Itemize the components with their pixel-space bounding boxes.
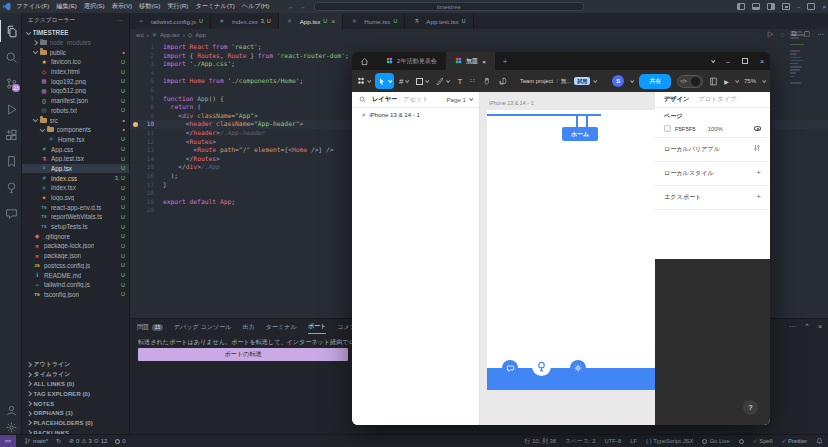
help-button[interactable]: ? [743, 400, 758, 415]
menu-r[interactable]: 実行(R) [167, 2, 188, 11]
panel-tab-問題[interactable]: 問題15 [137, 323, 163, 334]
status-encoding[interactable]: UTF-8 [605, 438, 622, 444]
selected-navbar[interactable] [487, 114, 601, 116]
breadcrumb-item[interactable]: App [195, 32, 205, 38]
source-control-icon[interactable]: 23 [0, 72, 22, 94]
file-tailwind.config.js[interactable]: ≈tailwind.config.jsU [22, 280, 129, 290]
plus-icon[interactable]: + [757, 193, 761, 201]
dev-mode-toggle[interactable]: </> [677, 75, 703, 88]
section-orphans[interactable]: ORPHANS (1) [22, 408, 129, 418]
page-color-swatch[interactable] [664, 125, 671, 132]
panel-maximize-icon[interactable]: ⌃ [804, 323, 810, 331]
breadcrumb-item[interactable]: src [136, 32, 144, 38]
section-row[interactable]: エクスポート+ [664, 190, 761, 204]
file-tsconfig.json[interactable]: TStsconfig.jsonU [22, 290, 129, 300]
file-index.tsx[interactable]: ⚛index.tsxU [22, 183, 129, 193]
tab-App.test.tsx[interactable]: ⚗App.test.tsxU [405, 13, 473, 29]
panel-tab-ポート[interactable]: ポート [308, 322, 327, 334]
figma-tab-close-icon[interactable]: × [482, 58, 486, 65]
nav-forward-icon[interactable]: → [300, 3, 306, 10]
panel-more-icon[interactable]: ··· [789, 323, 796, 331]
menu-g[interactable]: 移動(G) [139, 2, 160, 11]
comment-tool[interactable] [496, 73, 510, 89]
figma-close-icon[interactable]: × [760, 58, 764, 65]
folder-src[interactable]: src● [22, 115, 129, 125]
status-go-live[interactable]: Go Live [702, 438, 729, 444]
file-manifest.json[interactable]: {}manifest.jsonU [22, 96, 129, 106]
file-App.css[interactable]: #App.cssU [22, 144, 129, 154]
frame-tool[interactable]: # [396, 73, 411, 89]
page-opacity[interactable]: 100% [708, 126, 723, 132]
avatar-chevron-icon[interactable] [630, 78, 634, 82]
run-button[interactable]: ▷ [768, 30, 773, 38]
shape-tool[interactable] [413, 73, 431, 89]
page-color-hex[interactable]: F5F5F5 [675, 126, 696, 132]
layout-sidebar-icon[interactable] [737, 3, 745, 10]
tab-prototype[interactable]: プロトタイプ [698, 95, 736, 104]
panel-tab-ターミナル[interactable]: ターミナル [266, 323, 297, 334]
tree-root[interactable]: TIMESTREE [22, 28, 129, 38]
hand-tool[interactable] [480, 73, 494, 89]
menu-h[interactable]: ヘルプ(H) [242, 2, 270, 11]
code-line-1[interactable]: 1import React from 'react'; [130, 43, 828, 52]
section-[interactable]: タイムライン [22, 370, 129, 380]
file-index.css[interactable]: #index.css3, U [22, 173, 129, 183]
figma-tab-無題[interactable]: 無題× [446, 52, 495, 70]
present-chevron-icon[interactable] [735, 78, 739, 82]
chat-icon[interactable] [502, 360, 518, 376]
file-setupTests.ts[interactable]: TSsetupTests.tsU [22, 222, 129, 232]
sync-icon[interactable]: ↻ [56, 438, 61, 444]
layer-item[interactable]: #iPhone 13 & 14 - 1 [352, 108, 479, 120]
folder-components[interactable]: components● [22, 125, 129, 135]
menu-e[interactable]: 編集(E) [56, 2, 77, 11]
file-reportWebVitals.ts[interactable]: TSreportWebVitals.tsU [22, 212, 129, 222]
figma-maximize-icon[interactable] [742, 58, 748, 64]
figma-project-breadcrumb[interactable]: Team project / 無... 試用 [520, 70, 596, 92]
menu-f[interactable]: ファイル(F) [16, 2, 49, 11]
file-logo512.png[interactable]: ▦logo512.pngU [22, 86, 129, 96]
main-menu[interactable] [354, 73, 373, 89]
notifications-bell-icon[interactable] [816, 437, 823, 446]
home-nav-button[interactable]: ホーム [562, 127, 598, 141]
more-actions-icon[interactable]: ··· [817, 31, 824, 38]
explorer-icon[interactable] [0, 20, 22, 42]
window-close-icon[interactable]: × [822, 3, 826, 10]
git-branch-status[interactable]: main* [24, 437, 48, 445]
panel-close-icon[interactable]: × [818, 323, 822, 331]
file-App.test.tsx[interactable]: ⚗App.test.tsxU [22, 154, 129, 164]
status-eol[interactable]: LF [630, 438, 637, 444]
folder-node_modules[interactable]: node_modules [22, 38, 129, 48]
pen-tool[interactable] [433, 73, 452, 89]
status-indentation[interactable]: スペース: 2 [565, 437, 596, 446]
tab-design[interactable]: デザイン [664, 95, 689, 104]
figma-canvas[interactable]: iPhone 13 & 14 - 1 ホーム [480, 92, 655, 425]
tab-close-icon[interactable]: × [331, 18, 335, 25]
bookmarks-icon[interactable] [0, 150, 22, 172]
tree-icon[interactable] [532, 357, 551, 376]
forward-port-button[interactable]: ポートの転送 [138, 348, 348, 361]
status-cursor-position[interactable]: 行 10, 列 38 [525, 437, 556, 446]
plus-icon[interactable]: + [757, 169, 761, 177]
figma-new-tab-icon[interactable]: + [503, 57, 508, 66]
window-maximize-icon[interactable] [807, 3, 815, 10]
section-notes[interactable]: NOTES [22, 399, 129, 409]
folder-public[interactable]: public● [22, 47, 129, 57]
explorer-more-icon[interactable]: ··· [117, 17, 123, 23]
layout-secondary-icon[interactable] [767, 3, 775, 10]
menu-s[interactable]: 選択(S) [84, 2, 105, 11]
layout-customize-icon[interactable] [782, 3, 790, 10]
file-robots.txt[interactable]: ◎robots.txtU [22, 106, 129, 116]
minimap[interactable] [790, 31, 806, 123]
file-App.tsx[interactable]: ⚛App.tsxU [22, 164, 129, 174]
adjust-icon[interactable] [753, 144, 761, 154]
file-index.html[interactable]: ◇index.htmlU [22, 67, 129, 77]
figma-tab-2年活動発表会[interactable]: 2年活動発表会 [377, 52, 446, 70]
zoom-level[interactable]: 75% [744, 78, 756, 84]
section-placeholders[interactable]: PLACEHOLDERS (0) [22, 418, 129, 428]
status-language-mode[interactable]: { } TypeScript JSX [646, 438, 693, 444]
visibility-eye-icon[interactable] [754, 126, 761, 131]
todo-icon[interactable] [0, 176, 22, 198]
present-icon[interactable]: ▶ [724, 78, 729, 85]
tab-index.css[interactable]: #index.css3, U [211, 13, 279, 29]
file-favicon.ico[interactable]: ★favicon.icoU [22, 57, 129, 67]
